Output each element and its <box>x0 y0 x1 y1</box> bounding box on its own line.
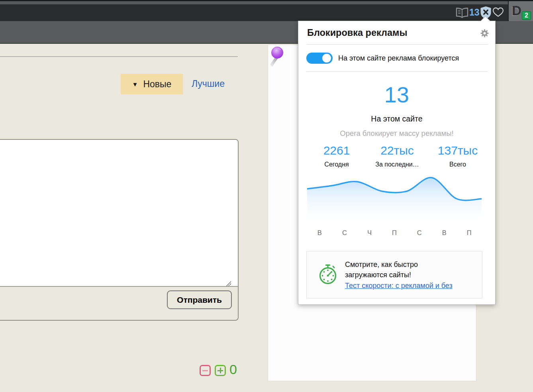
speedtest-card: Смотрите, как быстро загружаются сайты! … <box>306 251 482 298</box>
tagline: Opera блокирует массу рекламы! <box>298 129 495 138</box>
day-label: В <box>432 229 457 237</box>
adblock-toggle[interactable] <box>306 53 333 64</box>
vote-up-button[interactable] <box>215 365 226 376</box>
day-label: Ч <box>357 229 382 237</box>
stat-value: 2261 <box>306 144 367 157</box>
toggle-label: На этом сайте реклама блокируется <box>338 54 459 63</box>
favorites-heart-icon[interactable] <box>492 7 504 18</box>
plus-icon <box>218 370 223 371</box>
blocked-ads-chart <box>307 177 482 225</box>
adblock-count-badge[interactable]: 13 <box>469 7 480 18</box>
stat-total: 137тыс Всего <box>427 144 488 168</box>
speedtest-link[interactable]: Тест скорости: с рекламой и без <box>345 280 453 291</box>
submit-button[interactable]: Отправить <box>167 290 232 309</box>
speedtest-line2: загружаются сайты! <box>345 270 453 280</box>
section-divider <box>0 56 238 57</box>
chart-day-labels: В С Ч П С В П <box>307 229 482 237</box>
address-bar <box>0 4 508 21</box>
comment-form: Отправить <box>0 139 239 321</box>
sort-tab-best[interactable]: Лучшие <box>192 78 225 89</box>
comment-textarea[interactable] <box>0 140 238 287</box>
day-label: В <box>307 229 332 237</box>
stat-label: За последни… <box>367 161 427 168</box>
stats-row: 2261 Сегодня 22тыс За последни… 137тыс В… <box>306 144 488 168</box>
popup-title: Блокировка рекламы <box>307 27 408 38</box>
dropdown-arrow-icon: ▼ <box>132 81 138 88</box>
day-label: С <box>407 229 432 237</box>
minus-icon <box>202 370 208 371</box>
toggle-knob <box>322 54 331 63</box>
sort-tab-new[interactable]: ▼ Новые <box>121 74 183 94</box>
blocked-count: 13 <box>298 82 495 108</box>
reading-list-icon[interactable] <box>455 8 469 18</box>
day-label: С <box>332 229 357 237</box>
page-background: 13 D 2 ▼ Новые Лучшие <box>0 0 533 392</box>
blocked-count-label: На этом сайте <box>298 114 495 123</box>
stat-value: 22тыс <box>367 144 427 157</box>
textarea-resize-handle[interactable] <box>226 281 231 286</box>
settings-gear-icon[interactable] <box>480 29 489 37</box>
notification-badge: 2 <box>522 11 531 20</box>
divider <box>306 71 488 72</box>
vote-down-button[interactable] <box>200 365 211 376</box>
speedtest-line1: Смотрите, как быстро <box>345 259 453 270</box>
stopwatch-icon <box>317 263 338 286</box>
adblock-popup: Блокировка рекламы На этом сайте реклама… <box>298 21 496 305</box>
speedtest-text: Смотрите, как быстро загружаются сайты! … <box>345 259 453 291</box>
day-label: П <box>382 229 407 237</box>
vote-count: 0 <box>229 362 237 377</box>
sort-new-label: Новые <box>143 79 171 90</box>
app-logo[interactable]: D <box>512 3 521 18</box>
tab-strip <box>0 1 533 4</box>
stat-today: 2261 Сегодня <box>306 144 367 168</box>
pushpin-icon <box>267 45 286 69</box>
stat-recent: 22тыс За последни… <box>367 144 427 168</box>
stat-label: Всего <box>427 161 488 168</box>
divider <box>306 44 488 45</box>
stat-label: Сегодня <box>306 161 367 168</box>
day-label: П <box>457 229 482 237</box>
chrome-separator <box>508 1 509 21</box>
stat-value: 137тыс <box>427 144 488 157</box>
